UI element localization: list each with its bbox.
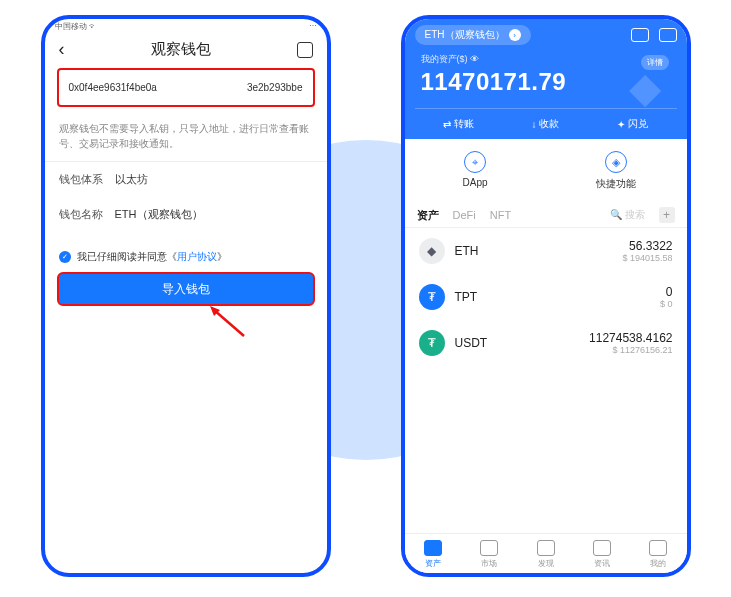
token-icon: ₮ (419, 284, 445, 310)
nav-bar: ‹ 观察钱包 (45, 35, 327, 68)
balance-card: ◆ 详情 我的资产($) 👁 11470171.79 (415, 45, 677, 108)
token-symbol: TPT (455, 290, 660, 304)
nav-assets[interactable]: 资产 (405, 534, 461, 573)
card-icon[interactable] (659, 28, 677, 42)
token-fiat: $ 0 (660, 299, 673, 309)
receive-button[interactable]: ↓ 收款 (502, 109, 589, 139)
wallet-name-row: 钱包名称 ETH（观察钱包） (45, 197, 327, 232)
wallet-header: ETH（观察钱包） › ◆ 详情 我的资产($) 👁 11470171.79 ⇄… (405, 19, 687, 139)
wallet-selector-label: ETH（观察钱包） (425, 28, 505, 42)
asset-list: ◆ETH56.3322$ 194015.58₮TPT0$ 0₮USDT11274… (405, 228, 687, 533)
diamond-icon: ◈ (605, 151, 627, 173)
token-symbol: ETH (455, 244, 623, 258)
chart-icon (480, 540, 498, 556)
chain-row: 钱包体系 以太坊 (45, 162, 327, 197)
token-fiat: $ 194015.58 (622, 253, 672, 263)
token-fiat: $ 11276156.21 (589, 345, 672, 355)
wallet-name-value: ETH（观察钱包） (115, 207, 203, 222)
tab-assets[interactable]: 资产 (417, 208, 439, 223)
agreement-row[interactable]: ✓ 我已仔细阅读并同意《用户协议》 (45, 232, 327, 272)
compass-icon: ⌖ (464, 151, 486, 173)
compass-icon (537, 540, 555, 556)
bottom-nav: 资产 市场 发现 资讯 我的 (405, 533, 687, 573)
asset-row[interactable]: ₮USDT11274538.4162$ 11276156.21 (405, 320, 687, 366)
nav-news[interactable]: 资讯 (574, 534, 630, 573)
phone-right: ETH（观察钱包） › ◆ 详情 我的资产($) 👁 11470171.79 ⇄… (401, 15, 691, 577)
quick-row: ⌖ DApp ◈ 快捷功能 (405, 139, 687, 203)
search-input[interactable]: 🔍 搜索 (610, 208, 645, 222)
asset-tabs: 资产 DeFi NFT 🔍 搜索 + (405, 203, 687, 228)
wallet-icon (424, 540, 442, 556)
address-end: 3e2b293bbe (247, 82, 303, 93)
scan-icon[interactable] (631, 28, 649, 42)
balance-label: 我的资产($) 👁 (421, 53, 671, 66)
nav-market[interactable]: 市场 (461, 534, 517, 573)
nav-me[interactable]: 我的 (630, 534, 686, 573)
token-amount: 0 (660, 285, 673, 299)
page-title: 观察钱包 (151, 40, 211, 59)
token-symbol: USDT (455, 336, 590, 350)
description-text: 观察钱包不需要导入私钥，只导入地址，进行日常查看账号、交易记录和接收通知。 (45, 117, 327, 162)
checkbox-checked-icon[interactable]: ✓ (59, 251, 71, 263)
asset-row[interactable]: ◆ETH56.3322$ 194015.58 (405, 228, 687, 274)
token-amount: 11274538.4162 (589, 331, 672, 345)
import-wallet-button[interactable]: 导入钱包 (57, 272, 315, 306)
status-right: ⋯ (309, 21, 317, 33)
wallet-selector[interactable]: ETH（观察钱包） › (415, 25, 531, 45)
scan-icon[interactable] (297, 42, 313, 58)
tab-defi[interactable]: DeFi (453, 209, 476, 221)
status-bar: 中国移动 ᯤ ⋯ (45, 19, 327, 35)
annotation-arrow-icon (206, 304, 246, 338)
chain-value: 以太坊 (115, 172, 148, 187)
user-icon (649, 540, 667, 556)
address-start: 0x0f4ee9631f4be0a (69, 82, 157, 93)
eth-ghost-icon: ◆ (629, 63, 661, 112)
back-icon[interactable]: ‹ (59, 39, 65, 60)
import-wallet-label: 导入钱包 (162, 281, 210, 298)
agree-suffix: 》 (217, 251, 227, 262)
token-icon: ₮ (419, 330, 445, 356)
status-carrier: 中国移动 ᯤ (55, 21, 97, 33)
swap-button[interactable]: ✦ 闪兑 (589, 109, 676, 139)
chevron-right-icon: › (509, 29, 521, 41)
agree-prefix: 我已仔细阅读并同意《 (77, 251, 177, 262)
nav-discover[interactable]: 发现 (517, 534, 573, 573)
chain-label: 钱包体系 (59, 172, 103, 187)
user-agreement-link[interactable]: 用户协议 (177, 251, 217, 262)
add-token-button[interactable]: + (659, 207, 675, 223)
address-input[interactable]: 0x0f4ee9631f4be0a 3e2b293bbe (57, 68, 315, 107)
news-icon (593, 540, 611, 556)
wallet-name-label: 钱包名称 (59, 207, 103, 222)
transfer-button[interactable]: ⇄ 转账 (415, 109, 502, 139)
dapp-button[interactable]: ⌖ DApp (405, 139, 546, 203)
asset-row[interactable]: ₮TPT0$ 0 (405, 274, 687, 320)
token-icon: ◆ (419, 238, 445, 264)
shortcut-button[interactable]: ◈ 快捷功能 (546, 139, 687, 203)
token-amount: 56.3322 (622, 239, 672, 253)
action-row: ⇄ 转账 ↓ 收款 ✦ 闪兑 (415, 108, 677, 139)
phone-left: 中国移动 ᯤ ⋯ ‹ 观察钱包 0x0f4ee9631f4be0a 3e2b29… (41, 15, 331, 577)
eye-icon[interactable]: 👁 (470, 54, 479, 64)
tab-nft[interactable]: NFT (490, 209, 511, 221)
